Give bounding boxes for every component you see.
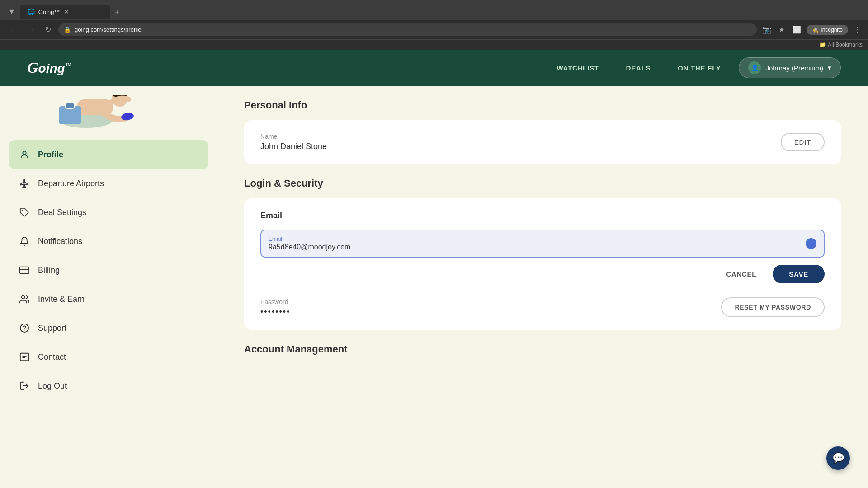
sidebar-item-support-label: Support	[38, 324, 66, 333]
lock-icon: 🔒	[64, 26, 71, 33]
credit-card-icon	[18, 264, 31, 277]
back-btn[interactable]: ←	[5, 24, 20, 36]
sidebar-item-departure-airports[interactable]: Departure Airports	[0, 169, 217, 198]
camera-off-icon[interactable]: 📷	[760, 23, 773, 36]
profile-icon	[18, 148, 31, 161]
password-field: Password ••••••••	[260, 298, 290, 317]
chat-btn[interactable]: 💬	[826, 446, 850, 470]
extensions-btn[interactable]: ⋮	[852, 23, 863, 36]
tab-close-btn[interactable]: ✕	[64, 8, 69, 15]
sidebar-item-departure-label: Departure Airports	[38, 179, 104, 188]
email-input[interactable]	[269, 243, 801, 251]
password-label: Password	[260, 298, 290, 305]
name-field: Name John Daniel Stone	[260, 133, 327, 151]
incognito-btn[interactable]: 🕵 Incognito	[807, 25, 848, 35]
cancel-btn[interactable]: CANCEL	[717, 266, 765, 282]
nav-on-the-fly[interactable]: ON THE FLY	[678, 64, 721, 72]
svg-rect-5	[66, 103, 75, 108]
sidebar-item-log-out[interactable]: Log Out	[0, 371, 217, 400]
user-name: Johnray (Premium)	[765, 64, 823, 72]
bookmarks-folder-icon: 📁	[819, 42, 826, 48]
user-chevron-icon: ▾	[828, 64, 831, 72]
main-nav: WATCHLIST DEALS ON THE FLY	[557, 64, 721, 72]
name-row: Name John Daniel Stone EDIT	[260, 133, 825, 151]
sidebar: Profile Departure Airports Deal Settings	[0, 86, 217, 488]
browser-toolbar-right: 📷 ★ ⬜ 🕵 Incognito ⋮	[760, 23, 863, 36]
tag-icon	[18, 206, 31, 219]
bell-icon	[18, 235, 31, 248]
save-btn[interactable]: SAVE	[773, 265, 825, 283]
url-text: going.com/settings/profile	[75, 26, 751, 33]
bookmarks-bar: 📁 All Bookmarks	[0, 39, 868, 50]
sidebar-item-profile-label: Profile	[38, 150, 63, 160]
edit-name-btn[interactable]: EDIT	[781, 133, 825, 151]
sidebar-item-billing-label: Billing	[38, 266, 60, 275]
sidebar-item-deal-settings-label: Deal Settings	[38, 208, 86, 217]
incognito-icon: 🕵	[812, 27, 819, 33]
sidebar-illustration	[0, 95, 217, 131]
url-bar[interactable]: 🔒 going.com/settings/profile	[58, 23, 757, 36]
email-info-icon: i	[806, 238, 816, 249]
logo[interactable]: Going™	[27, 59, 71, 76]
sidebar-item-contact-label: Contact	[38, 352, 66, 362]
personal-info-card: Name John Daniel Stone EDIT	[244, 120, 841, 164]
sidebar-item-profile[interactable]: Profile	[9, 140, 208, 169]
reload-btn[interactable]: ↻	[42, 23, 55, 36]
email-input-container: Email	[269, 236, 801, 251]
browser-chrome: ▼ 🌐 Going™ ✕ ＋ ← → ↻ 🔒 going.com/setting…	[0, 0, 868, 50]
sidebar-nav: Profile Departure Airports Deal Settings	[0, 140, 217, 400]
browser-toolbar: ← → ↻ 🔒 going.com/settings/profile 📷 ★ ⬜…	[0, 20, 868, 39]
sidebar-item-billing[interactable]: Billing	[0, 256, 217, 285]
plane-icon	[18, 177, 31, 190]
illustration-svg	[50, 95, 167, 131]
bookmark-btn[interactable]: ★	[777, 23, 787, 36]
users-icon	[18, 293, 31, 305]
browser-tab-active[interactable]: 🌐 Going™ ✕	[20, 5, 110, 19]
sidebar-item-contact[interactable]: Contact	[0, 343, 217, 371]
reset-password-btn[interactable]: RESET MY PASSWORD	[721, 297, 825, 317]
login-security-title: Login & Security	[244, 178, 841, 189]
contact-icon	[18, 351, 31, 363]
user-menu-btn[interactable]: 👤 Johnray (Premium) ▾	[739, 57, 841, 78]
tab-dropdown-btn[interactable]: ▼	[5, 5, 18, 19]
sidebar-item-support[interactable]: Support	[0, 314, 217, 343]
svg-point-7	[23, 151, 26, 155]
email-actions: CANCEL SAVE	[260, 265, 825, 283]
svg-rect-14	[20, 353, 28, 361]
main-layout: Profile Departure Airports Deal Settings	[0, 86, 868, 488]
svg-rect-9	[20, 267, 29, 274]
password-dots: ••••••••	[260, 307, 290, 317]
email-section-title: Email	[260, 211, 825, 221]
svg-point-11	[22, 296, 25, 299]
sidebar-item-invite-earn[interactable]: Invite & Earn	[0, 285, 217, 314]
tablet-view-btn[interactable]: ⬜	[790, 23, 803, 36]
account-mgmt-title: Account Management	[244, 343, 841, 355]
bookmarks-label: 📁 All Bookmarks	[819, 42, 863, 48]
name-value: John Daniel Stone	[260, 142, 327, 151]
sidebar-item-invite-earn-label: Invite & Earn	[38, 295, 85, 304]
sidebar-item-log-out-label: Log Out	[38, 381, 67, 391]
login-security-card: Email Email i CANCEL SAVE Password •••••…	[244, 198, 841, 330]
logo-text: Going™	[27, 59, 71, 76]
log-out-icon	[18, 380, 31, 392]
password-section: Password •••••••• RESET MY PASSWORD	[260, 288, 825, 317]
new-tab-btn[interactable]: ＋	[110, 4, 124, 20]
app-header: Going™ WATCHLIST DEALS ON THE FLY 👤 John…	[0, 50, 868, 86]
name-label: Name	[260, 133, 327, 140]
sidebar-item-notifications-label: Notifications	[38, 237, 82, 246]
browser-tab-bar: ▼ 🌐 Going™ ✕ ＋	[0, 0, 868, 20]
email-input-wrapper[interactable]: Email i	[260, 230, 825, 258]
chat-icon: 💬	[832, 452, 844, 464]
sidebar-item-notifications[interactable]: Notifications	[0, 227, 217, 256]
forward-btn[interactable]: →	[24, 24, 38, 36]
nav-watchlist[interactable]: WATCHLIST	[557, 64, 599, 72]
tab-title: Going™	[38, 9, 60, 15]
email-input-label: Email	[269, 236, 801, 242]
nav-deals[interactable]: DEALS	[626, 64, 651, 72]
sidebar-item-deal-settings[interactable]: Deal Settings	[0, 198, 217, 227]
user-avatar: 👤	[748, 61, 761, 74]
content-area: Personal Info Name John Daniel Stone EDI…	[217, 86, 868, 488]
help-circle-icon	[18, 322, 31, 334]
personal-info-title: Personal Info	[244, 99, 841, 111]
